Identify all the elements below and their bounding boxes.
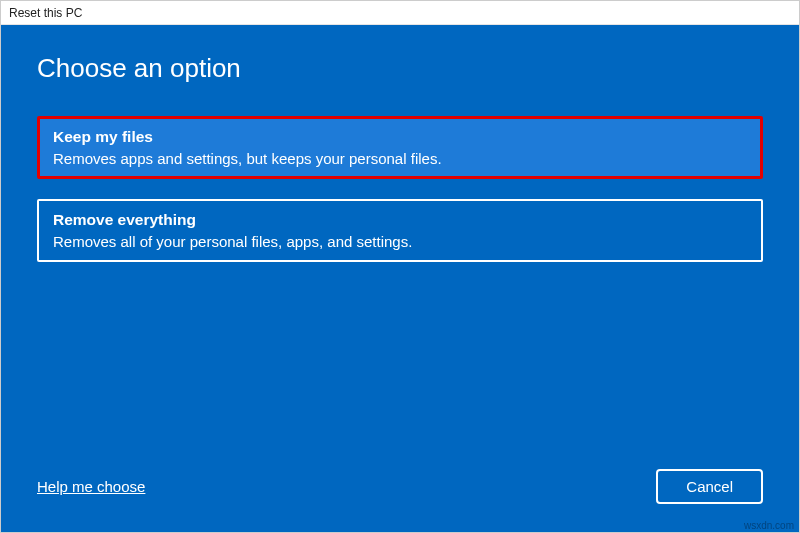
watermark: wsxdn.com bbox=[744, 520, 794, 531]
dialog-content: Choose an option Keep my files Removes a… bbox=[1, 25, 799, 532]
help-me-choose-link[interactable]: Help me choose bbox=[37, 478, 145, 495]
option-description: Removes all of your personal files, apps… bbox=[53, 233, 747, 250]
reset-pc-window: Reset this PC Choose an option Keep my f… bbox=[0, 0, 800, 533]
option-remove-everything[interactable]: Remove everything Removes all of your pe… bbox=[37, 199, 763, 262]
option-keep-my-files[interactable]: Keep my files Removes apps and settings,… bbox=[37, 116, 763, 179]
option-title: Keep my files bbox=[53, 128, 747, 146]
option-title: Remove everything bbox=[53, 211, 747, 229]
window-title: Reset this PC bbox=[9, 6, 82, 20]
titlebar: Reset this PC bbox=[1, 1, 799, 25]
cancel-button[interactable]: Cancel bbox=[656, 469, 763, 504]
page-heading: Choose an option bbox=[37, 53, 763, 84]
dialog-footer: Help me choose Cancel bbox=[37, 469, 763, 504]
option-description: Removes apps and settings, but keeps you… bbox=[53, 150, 747, 167]
